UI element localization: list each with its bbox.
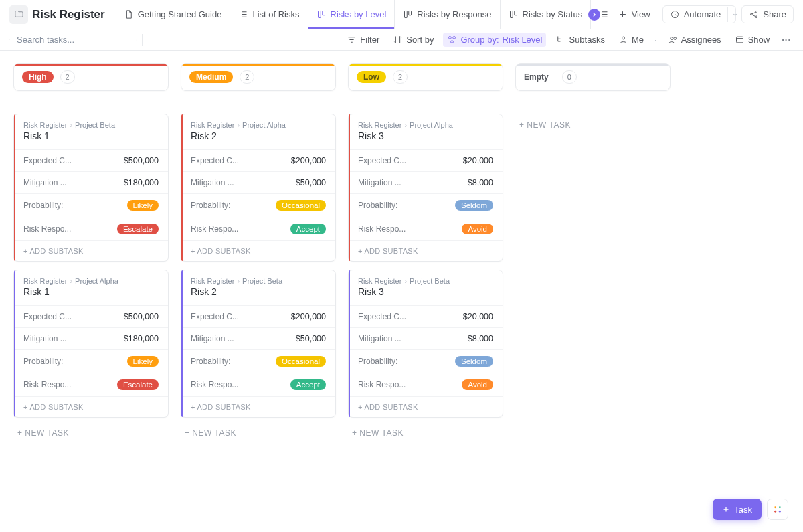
column-medium: Medium2Risk Register›Project AlphaRisk 2… bbox=[181, 63, 336, 444]
search-input[interactable] bbox=[15, 34, 130, 46]
board-icon bbox=[509, 9, 519, 19]
group-by-button[interactable]: Group by: Risk Level bbox=[443, 33, 546, 47]
field-risk-response: Risk Respo...Escalate bbox=[14, 373, 168, 396]
add-subtask-button[interactable]: + ADD SUBTASK bbox=[349, 240, 503, 261]
sort-label: Sort by bbox=[406, 35, 434, 45]
field-risk-response: Risk Respo...Escalate bbox=[14, 217, 168, 240]
tab-risks-by-level[interactable]: Risks by Level bbox=[308, 0, 395, 29]
svg-point-12 bbox=[453, 37, 456, 39]
column-chip: Low bbox=[357, 71, 386, 83]
svg-point-15 bbox=[670, 37, 673, 40]
list-icon bbox=[599, 9, 609, 19]
more-menu-button[interactable]: ··· bbox=[779, 35, 794, 45]
new-task-button[interactable]: + NEW TASK bbox=[13, 422, 169, 444]
tab-risks-by-response[interactable]: Risks by Response bbox=[394, 0, 499, 29]
subtasks-label: Subtasks bbox=[569, 35, 604, 45]
breadcrumb: Risk Register›Project Beta bbox=[349, 270, 503, 286]
column-header[interactable]: Empty0 bbox=[515, 63, 671, 91]
tab-list-of-risks[interactable]: List of Risks bbox=[230, 0, 307, 29]
field-risk-response: Risk Respo...Avoid bbox=[349, 217, 503, 240]
svg-rect-3 bbox=[409, 11, 412, 15]
column-count: 0 bbox=[562, 70, 577, 84]
breadcrumb: Risk Register›Project Beta bbox=[14, 114, 168, 130]
column-header[interactable]: High2 bbox=[13, 63, 169, 91]
show-icon bbox=[735, 35, 745, 45]
svg-rect-4 bbox=[510, 11, 513, 18]
add-subtask-button[interactable]: + ADD SUBTASK bbox=[14, 396, 168, 417]
card-title: Risk 3 bbox=[349, 130, 503, 149]
subtasks-button[interactable]: Subtasks bbox=[551, 33, 608, 47]
add-subtask-button[interactable]: + ADD SUBTASK bbox=[181, 396, 335, 417]
breadcrumb: Risk Register›Project Alpha bbox=[14, 270, 168, 286]
tab-getting-started-guide[interactable]: Getting Started Guide bbox=[116, 0, 230, 29]
column-header[interactable]: Medium2 bbox=[181, 63, 336, 91]
automate-button[interactable]: Automate bbox=[662, 5, 737, 23]
apps-fab[interactable] bbox=[767, 499, 788, 520]
svg-point-9 bbox=[755, 16, 757, 18]
field-expected-cost: Expected C...$20,000 bbox=[349, 305, 503, 327]
svg-point-14 bbox=[622, 37, 625, 39]
chevron-down-icon[interactable] bbox=[727, 7, 742, 22]
field-risk-response: Risk Respo...Accept bbox=[181, 373, 335, 396]
sort-button[interactable]: Sort by bbox=[389, 33, 438, 47]
tabs-overflow-button[interactable] bbox=[588, 9, 600, 21]
show-button[interactable]: Show bbox=[731, 33, 774, 47]
add-view-button[interactable]: View bbox=[611, 6, 657, 23]
sort-icon bbox=[393, 35, 403, 45]
header-actions: View Automate Share bbox=[611, 5, 794, 23]
field-mitigation-cost: Mitigation ...$50,000 bbox=[181, 171, 335, 193]
card-title: Risk 3 bbox=[349, 286, 503, 305]
column-chip: Medium bbox=[189, 71, 233, 83]
tab-risks-by-status[interactable]: Risks by Status bbox=[500, 0, 591, 29]
separator-dot: · bbox=[654, 35, 657, 45]
field-mitigation-cost: Mitigation ...$50,000 bbox=[181, 327, 335, 349]
field-mitigation-cost: Mitigation ...$8,000 bbox=[349, 327, 503, 349]
filter-button[interactable]: Filter bbox=[343, 33, 383, 47]
view-label: View bbox=[632, 9, 650, 19]
people-icon bbox=[668, 35, 678, 45]
task-card[interactable]: Risk Register›Project BetaRisk 1Expected… bbox=[13, 114, 169, 262]
new-task-button[interactable]: + NEW TASK bbox=[348, 422, 503, 444]
tab-label: Risks by Status bbox=[523, 9, 583, 19]
svg-rect-17 bbox=[736, 37, 743, 43]
assignees-button[interactable]: Assignees bbox=[664, 33, 725, 47]
field-mitigation-cost: Mitigation ...$8,000 bbox=[349, 171, 503, 193]
group-value: Risk Level bbox=[503, 35, 543, 45]
board-icon bbox=[317, 9, 327, 19]
column-count: 2 bbox=[393, 70, 408, 84]
search-field[interactable] bbox=[9, 34, 137, 46]
task-card[interactable]: Risk Register›Project AlphaRisk 2Expecte… bbox=[181, 114, 336, 262]
task-card[interactable]: Risk Register›Project AlphaRisk 1Expecte… bbox=[13, 270, 169, 418]
card-title: Risk 1 bbox=[14, 130, 168, 149]
me-button[interactable]: Me bbox=[614, 33, 648, 47]
field-expected-cost: Expected C...$500,000 bbox=[14, 149, 168, 171]
header: Risk Register Getting Started GuideList … bbox=[0, 0, 803, 29]
share-button[interactable]: Share bbox=[741, 5, 794, 23]
column-header[interactable]: Low2 bbox=[348, 63, 503, 91]
add-subtask-button[interactable]: + ADD SUBTASK bbox=[14, 240, 168, 261]
column-count: 2 bbox=[240, 70, 254, 84]
task-card[interactable]: Risk Register›Project BetaRisk 3Expected… bbox=[348, 270, 503, 418]
breadcrumb: Risk Register›Project Alpha bbox=[181, 114, 335, 130]
svg-point-19 bbox=[779, 506, 781, 508]
svg-rect-0 bbox=[318, 11, 321, 18]
svg-point-11 bbox=[449, 37, 452, 39]
field-expected-cost: Expected C...$500,000 bbox=[14, 305, 168, 327]
column-empty: Empty0+ NEW TASK bbox=[515, 63, 671, 137]
add-subtask-button[interactable]: + ADD SUBTASK bbox=[349, 396, 503, 417]
svg-point-20 bbox=[774, 511, 776, 513]
new-task-fab[interactable]: Task bbox=[713, 499, 762, 520]
new-task-button[interactable]: + NEW TASK bbox=[181, 422, 336, 444]
field-risk-response: Risk Respo...Avoid bbox=[349, 373, 503, 396]
field-probability: Probability:Occasional bbox=[181, 349, 335, 373]
list-icon bbox=[238, 9, 248, 19]
task-card[interactable]: Risk Register›Project AlphaRisk 3Expecte… bbox=[348, 114, 503, 262]
new-task-button[interactable]: + NEW TASK bbox=[515, 114, 671, 137]
floating-actions: Task bbox=[713, 499, 788, 520]
chevron-down-icon[interactable] bbox=[136, 36, 137, 44]
divider bbox=[142, 34, 143, 46]
task-card[interactable]: Risk Register›Project BetaRisk 2Expected… bbox=[181, 270, 336, 418]
add-subtask-button[interactable]: + ADD SUBTASK bbox=[181, 240, 335, 261]
share-label: Share bbox=[763, 9, 786, 19]
tab-label: List of Risks bbox=[252, 9, 299, 19]
